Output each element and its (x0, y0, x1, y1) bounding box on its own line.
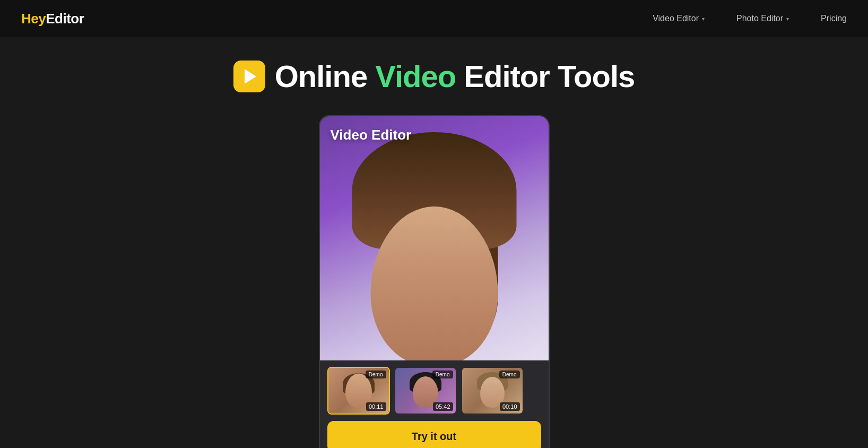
chevron-down-icon: ▾ (786, 16, 789, 22)
thumb-time-1: 00:11 (366, 402, 386, 411)
face-silhouette (320, 116, 549, 360)
video-card-label: Video Editor (331, 127, 412, 143)
nav-label-photo-editor: Photo Editor (736, 14, 783, 23)
thumbnail-3[interactable]: Demo 00:10 (461, 367, 524, 415)
navbar: HeyEditor Video Editor ▾ Photo Editor ▾ … (0, 0, 868, 37)
play-icon-container (233, 61, 265, 92)
try-it-out-button[interactable]: Try it out (327, 421, 541, 448)
video-card: Video Editor Demo 00:11 (319, 115, 550, 448)
try-button-container: Try it out (320, 421, 549, 448)
hero-title: Online Video Editor Tools (233, 58, 635, 94)
thumbnail-strip: Demo 00:11 Demo 05:42 Demo 00:10 (320, 360, 549, 421)
logo[interactable]: HeyEditor (21, 11, 84, 27)
demo-badge-1: Demo (366, 371, 386, 378)
nav-item-video-editor[interactable]: Video Editor ▾ (653, 14, 705, 23)
video-main-area: Video Editor (320, 116, 549, 360)
logo-editor: Editor (46, 11, 84, 27)
thumb-time-2: 05:42 (433, 402, 453, 411)
logo-hey: Hey (21, 11, 46, 27)
play-icon (245, 69, 256, 84)
nav-label-pricing: Pricing (821, 14, 847, 23)
nav-label-video-editor: Video Editor (653, 14, 699, 23)
page-title: Online Video Editor Tools (275, 58, 635, 94)
title-online: Online (275, 59, 376, 93)
thumb-time-3: 00:10 (500, 402, 520, 411)
hero-section: Online Video Editor Tools Video Editor (0, 37, 868, 448)
title-editor-tools: Editor Tools (456, 59, 635, 93)
chevron-down-icon: ▾ (702, 16, 705, 22)
nav-item-photo-editor[interactable]: Photo Editor ▾ (736, 14, 789, 23)
thumbnail-1[interactable]: Demo 00:11 (327, 367, 390, 415)
nav-links: Video Editor ▾ Photo Editor ▾ Pricing (653, 14, 847, 23)
title-video: Video (375, 59, 456, 93)
demo-badge-2: Demo (432, 371, 453, 378)
nav-item-pricing[interactable]: Pricing (821, 14, 847, 23)
demo-badge-3: Demo (499, 371, 520, 378)
thumbnail-2[interactable]: Demo 05:42 (394, 367, 457, 415)
